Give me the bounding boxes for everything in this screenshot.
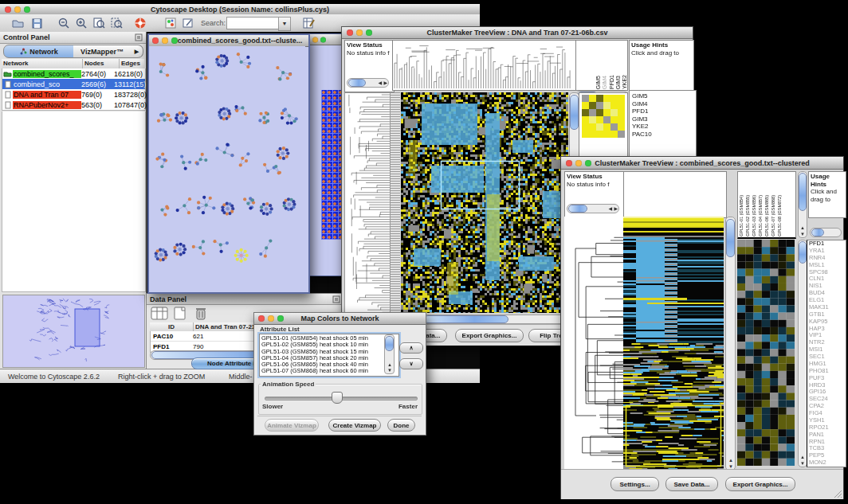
scrollbar-thumb[interactable]	[799, 241, 807, 264]
open-icon[interactable]	[11, 17, 24, 29]
gene-label[interactable]: RPO21	[809, 424, 844, 432]
settings-button[interactable]: Settings...	[610, 477, 659, 491]
row-dendrogram[interactable]	[344, 92, 391, 315]
search-input[interactable]	[226, 17, 279, 29]
column-label[interactable]: GPL51-07 (GSM868)	[771, 195, 776, 236]
gene-label[interactable]: YSH1	[809, 417, 844, 424]
gene-label[interactable]: PFD1	[809, 240, 844, 248]
column-labels-panel[interactable]: GIM5GIM4PFD1GIM3YKE2PAC10	[575, 40, 628, 91]
column-label[interactable]: PFD1	[609, 75, 614, 89]
gene-label[interactable]: CPA2	[809, 403, 844, 410]
gene-label[interactable]: SPC98	[809, 269, 844, 276]
column-labels-panel[interactable]: GPL51-01 (GSM854)GPL51-02 (GSM855)GPL51-…	[737, 171, 796, 239]
gene-label[interactable]: VIP1	[809, 332, 844, 339]
new-attribute-icon[interactable]	[171, 307, 189, 320]
animate-vizmap-button[interactable]: Animate Vizmap	[265, 419, 319, 432]
gene-label[interactable]: GTB1	[809, 311, 844, 318]
heatmap-canvas[interactable]	[401, 92, 568, 313]
zoom-in-icon[interactable]	[75, 17, 88, 29]
gene-label[interactable]: BUD4	[809, 290, 844, 297]
search-dropdown-icon[interactable]: ▼	[278, 17, 291, 31]
column-label[interactable]: GPL51-06 (GSM865)	[765, 195, 770, 236]
zoom-window-icon[interactable]	[366, 29, 372, 36]
help-lifering-icon[interactable]	[134, 17, 147, 29]
scrollbar-thumb[interactable]	[348, 79, 366, 87]
gene-label[interactable]: YRA1	[809, 248, 844, 255]
gene-label[interactable]: SEC24	[809, 396, 844, 403]
speed-slider-thumb[interactable]	[332, 392, 343, 404]
attribute-item[interactable]: GPL51-07 (GSM868) heat shock 60 min	[261, 368, 397, 374]
scrollbar-thumb[interactable]	[424, 315, 508, 323]
zoom-out-icon[interactable]	[57, 17, 70, 29]
gene-label[interactable]: MON2	[809, 459, 844, 467]
column-label[interactable]: YKE2	[622, 75, 627, 89]
minimize-icon[interactable]	[575, 160, 582, 166]
heatmap-canvas[interactable]	[623, 217, 724, 469]
usage-hints-scrollbar[interactable]	[810, 228, 842, 237]
tab-vizmapper[interactable]: VizMapper™	[73, 45, 132, 58]
close-icon[interactable]	[566, 160, 572, 166]
heatmap-vscrollbar[interactable]: ▲▼	[725, 217, 736, 471]
scrollbar-thumb[interactable]	[568, 205, 587, 213]
column-label[interactable]: GPL51-08 (GSM872)	[778, 195, 783, 236]
gene-label[interactable]: MAK31	[809, 304, 844, 311]
save-icon[interactable]	[30, 17, 43, 29]
column-dendrogram-panel[interactable]	[623, 171, 727, 218]
column-label[interactable]: GPL51-01 (GSM854)	[740, 195, 744, 236]
network-overview[interactable]	[2, 295, 145, 368]
gene-label[interactable]: FIG4	[809, 410, 844, 417]
gene-label[interactable]: NIS1	[809, 283, 844, 290]
network-canvas[interactable]	[149, 46, 305, 290]
tab-overflow[interactable]: ▶	[131, 45, 143, 58]
gene-label[interactable]: KAP95	[809, 318, 844, 326]
view-status-scrollbar[interactable]: ◀▶	[567, 204, 619, 213]
scrollbar-thumb[interactable]	[799, 173, 807, 211]
scrollbar-thumb[interactable]	[726, 219, 735, 257]
minimize-icon[interactable]	[268, 315, 274, 322]
row-label[interactable]: GIM4	[632, 100, 693, 108]
save-data-button[interactable]: Save Data...	[665, 477, 718, 491]
move-up-button[interactable]: ∧	[399, 342, 423, 354]
gene-label[interactable]: MSI1	[809, 346, 844, 354]
table-view-icon[interactable]	[151, 307, 168, 320]
gene-label[interactable]: HRD3	[809, 382, 844, 389]
row-label[interactable]: GIM3	[632, 115, 693, 123]
scrollbar-thumb[interactable]	[811, 229, 824, 236]
view-status-scrollbar[interactable]: ◀▶	[347, 78, 389, 88]
gene-label[interactable]: ELG1	[809, 297, 844, 304]
gene-label[interactable]: GPI16	[809, 389, 844, 396]
treeview2-titlebar[interactable]: ClusterMaker TreeView : combined_scores_…	[561, 157, 843, 170]
scrollbar-thumb[interactable]	[385, 336, 394, 351]
zoom-window-icon[interactable]	[171, 37, 178, 44]
gene-labels-panel[interactable]: PFD1YRA1RNR4MSL1SPC98CLN1NIS1BUD4ELG1MAK…	[807, 240, 846, 467]
gene-label[interactable]: HAP3	[809, 326, 844, 333]
row-label[interactable]: PAC10	[632, 131, 693, 139]
row-dendrogram[interactable]	[564, 217, 623, 469]
zoom-window-icon[interactable]	[277, 315, 284, 322]
adjacency-matrix-view[interactable]	[321, 90, 342, 240]
gene-label[interactable]: RPN1	[809, 439, 844, 446]
gene-label[interactable]: PEP5	[809, 452, 844, 459]
minimize-icon[interactable]	[14, 6, 21, 13]
tab-network[interactable]: Network	[3, 45, 75, 58]
column-label[interactable]: GPL51-03 (GSM856)	[752, 195, 757, 236]
network-table-row[interactable]: DNA and Tran 07769(0)183728(0)	[2, 89, 145, 100]
resize-grip[interactable]	[833, 489, 842, 498]
zoomed-heatmap-canvas[interactable]	[737, 240, 795, 466]
main-titlebar[interactable]: Cytoscape Desktop (Session Name: collins…	[0, 4, 480, 15]
attribute-item[interactable]: GPL51-01 (GSM854) heat shock 05 min	[261, 335, 397, 342]
attribute-item[interactable]: GPL51-02 (GSM855) heat shock 10 min	[261, 342, 397, 348]
column-label[interactable]: GIM3	[615, 76, 621, 89]
attribute-browser-icon[interactable]	[303, 17, 316, 29]
zoom-region-icon[interactable]	[110, 17, 123, 29]
export-graphics-button[interactable]: Export Graphics...	[725, 477, 795, 491]
attribute-item[interactable]: GPL51-03 (GSM856) heat shock 15 min	[261, 349, 397, 355]
zoom-fit-icon[interactable]	[92, 17, 105, 29]
gene-label[interactable]: TCB3	[809, 445, 844, 452]
zoom-window-icon[interactable]	[585, 160, 591, 166]
dialog-titlebar[interactable]: Map Colors to Network	[254, 313, 426, 325]
close-icon[interactable]	[5, 6, 11, 13]
attribute-list[interactable]: GPL51-01 (GSM854) heat shock 05 minGPL51…	[259, 334, 399, 377]
column-label[interactable]: GIM5	[595, 76, 601, 89]
close-icon[interactable]	[152, 37, 159, 44]
